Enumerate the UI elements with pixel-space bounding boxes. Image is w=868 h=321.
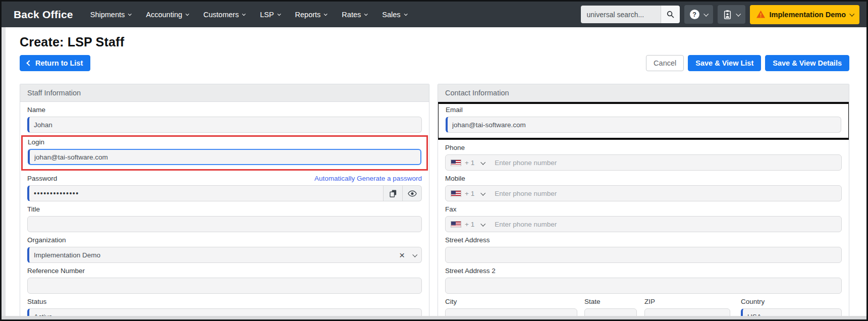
street-address-input[interactable] (445, 247, 842, 263)
nav-item-customers[interactable]: Customers (203, 11, 245, 19)
us-flag-icon (451, 190, 461, 197)
nav-item-lsp[interactable]: LSP (260, 11, 280, 19)
nav-item-reports[interactable]: Reports (295, 11, 327, 19)
left-edge-strip (2, 27, 6, 319)
reference-number-input[interactable] (27, 278, 422, 294)
contact-information-panel: Contact Information Email Phone + 1 Ente… (438, 84, 849, 319)
login-highlight-annotation: Login (21, 135, 428, 171)
copy-icon (389, 189, 397, 198)
street-address-2-label: Street Address 2 (445, 267, 842, 275)
nav-label: Sales (382, 11, 400, 19)
show-password-button[interactable] (403, 185, 422, 201)
help-icon: ? (690, 10, 699, 19)
city-label: City (445, 298, 577, 305)
chevron-down-icon (186, 12, 189, 16)
nav-item-shipments[interactable]: Shipments (90, 11, 131, 19)
app-brand: Back Office (14, 9, 73, 21)
search-icon (666, 10, 675, 19)
chevron-left-icon (26, 60, 32, 66)
name-label: Name (27, 106, 422, 114)
chevron-down-icon (364, 12, 368, 16)
zip-label: ZIP (644, 298, 730, 305)
nav-item-rates[interactable]: Rates (342, 11, 367, 19)
universal-search-input[interactable] (581, 6, 661, 23)
page-content: Create: LSP Staff Return to List Cancel … (2, 27, 866, 319)
organization-label: Organization (27, 236, 422, 244)
password-input-group (27, 185, 422, 201)
dial-code: + 1 (465, 221, 474, 228)
chevron-down-icon (480, 221, 485, 226)
clipboard-menu-button[interactable] (718, 5, 745, 24)
mobile-label: Mobile (445, 175, 842, 182)
chevron-down-icon (480, 159, 485, 165)
return-to-list-button[interactable]: Return to List (20, 55, 90, 71)
chevron-down-icon (736, 12, 741, 17)
environment-label: Implementation Demo (770, 11, 846, 19)
country-label: Country (741, 298, 842, 305)
warning-icon (756, 10, 766, 19)
mobile-input[interactable]: + 1 Enter phone number (445, 185, 842, 201)
nav-label: Accounting (146, 11, 182, 19)
chevron-down-icon (849, 12, 854, 17)
status-label: Status (27, 298, 422, 305)
nav-label: Customers (203, 11, 239, 19)
help-menu-button[interactable]: ? (684, 5, 713, 24)
eye-icon (408, 190, 417, 197)
chevron-down-icon (412, 252, 417, 257)
street-address-2-input[interactable] (445, 278, 842, 294)
dial-code: + 1 (465, 159, 474, 167)
email-highlight-annotation: Email (438, 102, 849, 140)
mobile-placeholder: Enter phone number (495, 190, 557, 197)
reference-number-label: Reference Number (27, 267, 422, 275)
return-to-list-label: Return to List (35, 59, 83, 67)
phone-label: Phone (445, 144, 842, 151)
email-input[interactable] (446, 117, 841, 133)
navbar-tools: ? Implementation Demo (581, 5, 859, 24)
dial-code: + 1 (465, 190, 474, 197)
generate-password-link[interactable]: Automatically Generate a password (314, 175, 422, 182)
phone-placeholder: Enter phone number (495, 159, 557, 167)
title-input[interactable] (27, 216, 422, 232)
cancel-button[interactable]: Cancel (646, 55, 684, 71)
phone-input[interactable]: + 1 Enter phone number (445, 154, 842, 171)
nav-label: Reports (295, 11, 321, 19)
login-label: Login (28, 138, 421, 146)
chevron-down-icon (404, 12, 407, 16)
universal-search (581, 6, 680, 23)
nav-label: Shipments (90, 11, 125, 19)
chevron-down-icon (242, 12, 246, 16)
password-input[interactable] (27, 185, 384, 201)
nav-item-accounting[interactable]: Accounting (146, 11, 188, 19)
chevron-down-icon (277, 12, 281, 16)
chevron-down-icon (703, 12, 709, 17)
title-label: Title (27, 205, 422, 213)
name-input[interactable] (27, 117, 422, 133)
chevron-down-icon (324, 12, 328, 16)
page-title: Create: LSP Staff (20, 35, 849, 49)
fax-label: Fax (445, 205, 842, 213)
nav-item-sales[interactable]: Sales (382, 11, 406, 19)
clear-icon[interactable]: × (399, 250, 405, 260)
search-button[interactable] (661, 6, 680, 23)
street-address-label: Street Address (445, 236, 842, 244)
clipboard-icon (723, 10, 732, 20)
organization-select[interactable]: Implementation Demo × (27, 247, 422, 263)
nav-label: LSP (260, 11, 274, 19)
save-view-list-button[interactable]: Save & View List (688, 55, 761, 71)
copy-password-button[interactable] (384, 185, 403, 201)
login-input[interactable] (28, 149, 421, 165)
state-label: State (584, 298, 637, 305)
us-flag-icon (451, 221, 461, 228)
contact-panel-title: Contact Information (438, 84, 849, 102)
fax-placeholder: Enter phone number (495, 221, 557, 228)
page-toolbar: Return to List Cancel Save & View List S… (20, 55, 849, 71)
save-view-details-button[interactable]: Save & View Details (765, 55, 849, 71)
organization-value: Implementation Demo (34, 251, 399, 259)
fax-input[interactable]: + 1 Enter phone number (445, 216, 842, 232)
staff-panel-title: Staff Information (20, 84, 429, 102)
nav-label: Rates (342, 11, 361, 19)
chevron-down-icon (128, 12, 132, 16)
us-flag-icon (451, 159, 461, 166)
email-label: Email (446, 106, 841, 114)
environment-button[interactable]: Implementation Demo (750, 5, 859, 24)
